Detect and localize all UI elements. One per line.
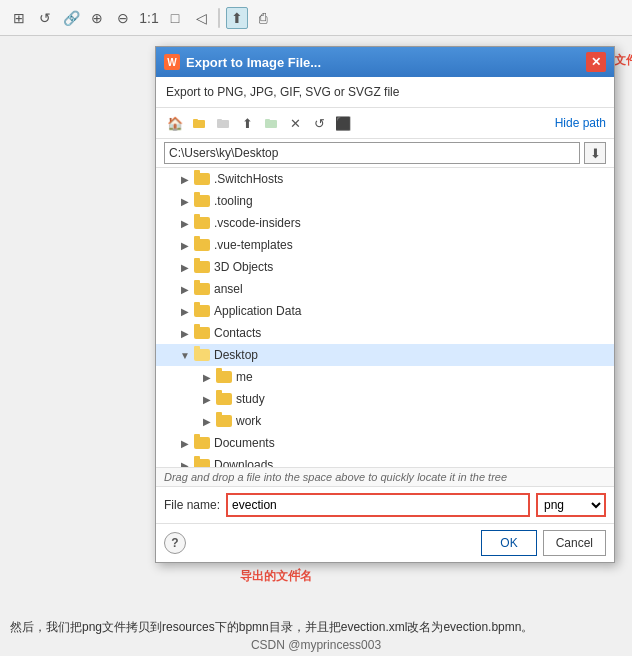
dialog-titlebar: W Export to Image File... ✕ <box>156 47 614 77</box>
path-input[interactable] <box>164 142 580 164</box>
toolbar-zoom-1-1[interactable]: 1:1 <box>138 7 160 29</box>
toolbar-print-icon[interactable]: ⎙ <box>252 7 274 29</box>
toolbar-delete-btn[interactable]: ✕ <box>284 112 306 134</box>
cancel-button[interactable]: Cancel <box>543 530 606 556</box>
tree-item-study[interactable]: ▶ study <box>156 388 614 410</box>
tree-item-me[interactable]: ▶ me <box>156 366 614 388</box>
tree-item-contacts[interactable]: ▶ Contacts <box>156 322 614 344</box>
tree-label: Documents <box>214 436 275 450</box>
dialog-title: Export to Image File... <box>186 55 580 70</box>
tree-item-ansel[interactable]: ▶ ansel <box>156 278 614 300</box>
help-button[interactable]: ? <box>164 532 186 554</box>
ok-button[interactable]: OK <box>481 530 536 556</box>
folder-icon <box>216 415 232 427</box>
dialog-file-toolbar: 🏠 ⬆ ✕ ↺ ⬛ Hide path <box>156 108 614 139</box>
export-dialog: W Export to Image File... ✕ Export to PN… <box>155 46 615 563</box>
toolbar-folder-btn[interactable] <box>188 112 210 134</box>
toolbar-divider <box>218 8 220 28</box>
tree-arrow: ▶ <box>178 282 192 296</box>
folder-icon <box>194 459 210 468</box>
toolbar-fit-icon[interactable]: □ <box>164 7 186 29</box>
folder-icon <box>194 195 210 207</box>
tree-label: work <box>236 414 261 428</box>
toolbar-zoom-in-icon[interactable]: ⊕ <box>86 7 108 29</box>
tree-item-vscode[interactable]: ▶ .vscode-insiders <box>156 212 614 234</box>
bottom-credit: CSDN @myprincess003 <box>0 638 632 652</box>
tree-arrow: ▶ <box>178 172 192 186</box>
toolbar-zoom-out-icon[interactable]: ⊖ <box>112 7 134 29</box>
folder-icon <box>194 437 210 449</box>
filename-label: File name: <box>164 498 220 512</box>
tree-arrow: ▶ <box>178 216 192 230</box>
toolbar-home-btn[interactable]: 🏠 <box>164 112 186 134</box>
tree-label: .vscode-insiders <box>214 216 301 230</box>
folder-icon <box>194 261 210 273</box>
folder-icon <box>194 305 210 317</box>
toolbar-refresh-btn[interactable]: ↺ <box>308 112 330 134</box>
dialog-close-button[interactable]: ✕ <box>586 52 606 72</box>
tree-item-downloads[interactable]: ▶ Downloads <box>156 454 614 468</box>
tree-label-desktop: Desktop <box>214 348 258 362</box>
dialog-subtitle: Export to PNG, JPG, GIF, SVG or SVGZ fil… <box>156 77 614 108</box>
toolbar-export-icon[interactable]: ⬆ <box>226 7 248 29</box>
toolbar-up-btn[interactable]: ⬆ <box>236 112 258 134</box>
tree-label: study <box>236 392 265 406</box>
tree-arrow: ▶ <box>178 326 192 340</box>
tree-label: me <box>236 370 253 384</box>
tree-label-appdata: Application Data <box>214 304 301 318</box>
dialog-buttons-row: ? OK Cancel <box>156 524 614 562</box>
toolbar-bookmark-btn[interactable]: ⬛ <box>332 112 354 134</box>
tree-item-switchhosts[interactable]: ▶ .SwitchHosts <box>156 168 614 190</box>
file-tree[interactable]: ▶ .SwitchHosts ▶ .tooling ▶ .vscode-insi… <box>156 168 614 468</box>
tree-arrow: ▶ <box>200 392 214 406</box>
folder-icon <box>194 283 210 295</box>
tree-label: ansel <box>214 282 243 296</box>
tree-label: 3D Objects <box>214 260 273 274</box>
toolbar-prev-icon[interactable]: ◁ <box>190 7 212 29</box>
main-toolbar: ⊞ ↺ 🔗 ⊕ ⊖ 1:1 □ ◁ ⬆ ⎙ <box>0 0 632 36</box>
tree-item-documents[interactable]: ▶ Documents <box>156 432 614 454</box>
tree-item-appdata[interactable]: ▶ Application Data <box>156 300 614 322</box>
tree-item-desktop[interactable]: ▼ Desktop <box>156 344 614 366</box>
ext-select[interactable]: png jpg gif svg svgz <box>536 493 606 517</box>
tree-label: .vue-templates <box>214 238 293 252</box>
folder-icon <box>194 217 210 229</box>
tree-item-vue-templates[interactable]: ▶ .vue-templates <box>156 234 614 256</box>
tree-item-3dobjects[interactable]: ▶ 3D Objects <box>156 256 614 278</box>
tree-arrow: ▶ <box>178 194 192 208</box>
folder-icon <box>216 371 232 383</box>
folder-icon <box>194 173 210 185</box>
tree-label: Contacts <box>214 326 261 340</box>
svg-rect-1 <box>193 119 198 122</box>
tree-arrow: ▶ <box>200 414 214 428</box>
drag-hint: Drag and drop a file into the space abov… <box>156 468 614 487</box>
filename-input[interactable] <box>226 493 530 517</box>
toolbar-folder2-btn[interactable] <box>212 112 234 134</box>
folder-icon <box>194 327 210 339</box>
tree-arrow: ▶ <box>178 436 192 450</box>
path-bar: ⬇ <box>156 139 614 168</box>
toolbar-link-icon[interactable]: 🔗 <box>60 7 82 29</box>
tree-label: .SwitchHosts <box>214 172 283 186</box>
toolbar-grid-icon[interactable]: ⊞ <box>8 7 30 29</box>
tree-arrow: ▶ <box>178 260 192 274</box>
filename-row: File name: png jpg gif svg svgz <box>156 487 614 524</box>
tree-label: .tooling <box>214 194 253 208</box>
folder-icon <box>194 239 210 251</box>
tree-item-work[interactable]: ▶ work <box>156 410 614 432</box>
hide-path-link[interactable]: Hide path <box>555 116 606 130</box>
dialog-app-icon: W <box>164 54 180 70</box>
tree-arrow: ▶ <box>178 304 192 318</box>
tree-arrow-expanded: ▼ <box>178 348 192 362</box>
svg-rect-3 <box>217 119 222 122</box>
folder-icon-open <box>194 349 210 361</box>
tree-item-tooling[interactable]: ▶ .tooling <box>156 190 614 212</box>
toolbar-folder3-btn[interactable] <box>260 112 282 134</box>
toolbar-back-icon[interactable]: ↺ <box>34 7 56 29</box>
annotation-arrow-filename: ↑ <box>295 563 303 581</box>
dialog-overlay: W Export to Image File... ✕ Export to PN… <box>0 36 632 656</box>
tree-arrow: ▶ <box>178 238 192 252</box>
path-download-btn[interactable]: ⬇ <box>584 142 606 164</box>
tree-arrow: ▶ <box>178 458 192 468</box>
folder-icon <box>216 393 232 405</box>
